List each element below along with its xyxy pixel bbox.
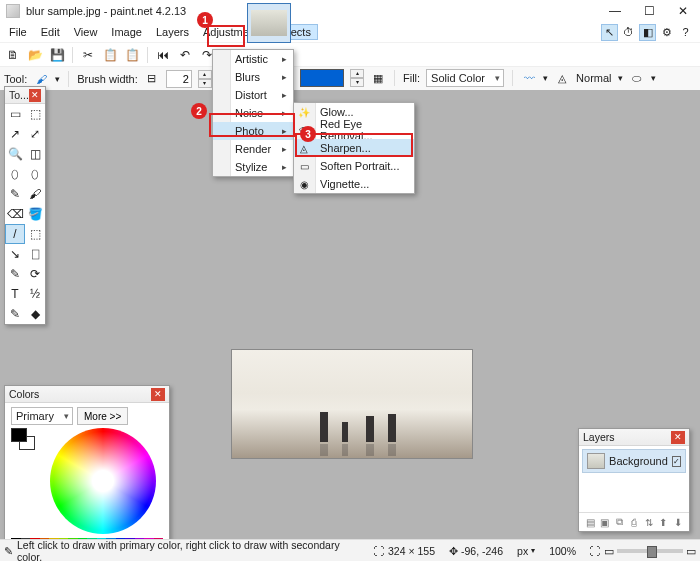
fg-bg-swatch[interactable] [11,428,37,450]
menu-file[interactable]: File [2,24,34,40]
zoom-slider[interactable] [617,549,683,553]
layer-tool-icon[interactable]: ▤ [583,515,597,529]
tool-button[interactable]: ⤢ [25,124,45,144]
tool-button[interactable]: ⎕ [25,244,45,264]
save-icon[interactable]: 💾 [48,46,66,64]
open-icon[interactable]: 📂 [26,46,44,64]
menu-view[interactable]: View [67,24,105,40]
effects-stylize[interactable]: Stylize▸ [213,158,293,176]
cut-icon[interactable]: ✂ [79,46,97,64]
active-tool-icon[interactable]: 🖌 [33,71,49,87]
help-icon[interactable]: ? [677,24,694,41]
photo-sharpen[interactable]: ◬Sharpen... [294,139,414,157]
tool-button[interactable]: 🔍 [5,144,25,164]
new-icon[interactable]: 🗎 [4,46,22,64]
primary-color-swatch[interactable] [300,69,344,87]
brush-decrease-icon[interactable]: ⊟ [144,71,160,87]
layers-panel-title: Layers ✕ [579,429,689,446]
fill-label: Fill: [403,72,420,84]
layer-row[interactable]: Background ✓ [582,449,686,473]
tool-button[interactable]: ↘ [5,244,25,264]
colors-close-button[interactable]: ✕ [151,388,165,401]
effects-distort[interactable]: Distort▸ [213,86,293,104]
effects-noise[interactable]: Noise▸ [213,104,293,122]
tool-button[interactable]: ✎ [5,304,25,324]
effects-blurs[interactable]: Blurs▸ [213,68,293,86]
tool-button[interactable]: 🪣 [25,204,45,224]
tool-grid: ▭⬚↗⤢🔍◫⬯⬯✎🖌⌫🪣/⬚↘⎕✎⟳T½✎◆ [5,104,45,324]
tool-button[interactable]: ✎ [5,184,25,204]
soften-icon: ▭ [297,159,311,173]
tools-close-button[interactable]: ✕ [29,89,41,102]
tool-button[interactable]: / [5,224,25,244]
canvas-image [232,350,472,458]
photo-vignette[interactable]: ◉Vignette... [294,175,414,193]
layer-tool-icon[interactable]: ⬆ [656,515,670,529]
menu-layers[interactable]: Layers [149,24,196,40]
tool-button[interactable]: ⬚ [25,104,45,124]
tool-button[interactable]: ⬚ [25,224,45,244]
tools-panel: To... ✕ ▭⬚↗⤢🔍◫⬯⬯✎🖌⌫🪣/⬚↘⎕✎⟳T½✎◆ [4,86,46,325]
layer-tool-icon[interactable]: ⎙ [627,515,641,529]
layer-tool-icon[interactable]: ⬇ [671,515,685,529]
color-stepper[interactable]: ▴▾ [350,69,364,87]
effects-dropdown: Artistic▸ Blurs▸ Distort▸ Noise▸ Photo▸ … [212,49,294,177]
tool-button[interactable]: ⬯ [5,164,25,184]
tool-button[interactable]: ↗ [5,124,25,144]
menu-edit[interactable]: Edit [34,24,67,40]
effects-artistic[interactable]: Artistic▸ [213,50,293,68]
layer-tool-icon[interactable]: ⇅ [642,515,656,529]
tool-button[interactable]: ⌫ [5,204,25,224]
fit-icon[interactable]: ⛶ [590,545,601,557]
maximize-button[interactable]: ☐ [632,0,666,22]
tool-button[interactable]: ▭ [5,104,25,124]
layer-tool-icon[interactable]: ▣ [598,515,612,529]
layers-window-icon[interactable]: ◧ [639,24,656,41]
layers-panel: Layers ✕ Background ✓ ▤▣⧉⎙⇅⬆⬇ [578,428,690,532]
photo-submenu: ✨Glow... 👁Red Eye Removal... ◬Sharpen...… [293,102,415,194]
layer-visibility-checkbox[interactable]: ✓ [672,456,681,467]
curve-icon[interactable]: 〰 [521,70,537,86]
layer-opacity-icon[interactable]: ⬭ [629,70,645,86]
crop-icon[interactable]: ⏮ [154,46,172,64]
tool-button[interactable]: T [5,284,25,304]
undo-icon[interactable]: ↶ [176,46,194,64]
history-window-icon[interactable]: ⏱ [620,24,637,41]
tool-button[interactable]: ✎ [5,264,25,284]
tool-button[interactable]: ⬯ [25,164,45,184]
brush-stepper[interactable]: ▴▾ [198,70,212,88]
minimize-button[interactable]: — [598,0,632,22]
color-wheel[interactable] [50,428,156,534]
effects-photo[interactable]: Photo▸ [213,122,293,140]
layers-close-button[interactable]: ✕ [671,431,685,444]
blend-mode[interactable]: Normal [576,72,611,84]
tool-button[interactable]: ⟳ [25,264,45,284]
status-bar: ✎ Left click to draw with primary color,… [0,539,700,561]
window-buttons: — ☐ ✕ [598,0,700,22]
zoom-in-icon[interactable]: ▭ [686,545,696,557]
blend-icon[interactable]: ◬ [554,70,570,86]
style-icon[interactable]: ▦ [370,70,386,86]
close-button[interactable]: ✕ [666,0,700,22]
tool-button[interactable]: ◫ [25,144,45,164]
color-mode-combo[interactable]: Primary [11,407,73,425]
paste-icon[interactable]: 📋 [123,46,141,64]
tool-button[interactable]: ◆ [25,304,45,324]
settings-icon[interactable]: ⚙ [658,24,675,41]
photo-soften[interactable]: ▭Soften Portrait... [294,157,414,175]
menu-image[interactable]: Image [104,24,149,40]
effects-render[interactable]: Render▸ [213,140,293,158]
status-unit[interactable]: px [517,545,528,557]
copy-icon[interactable]: 📋 [101,46,119,64]
fill-combo[interactable]: Solid Color [426,69,504,87]
document-thumb[interactable] [247,3,291,43]
more-button[interactable]: More >> [77,407,128,425]
layer-tool-icon[interactable]: ⧉ [612,515,626,529]
zoom-out-icon[interactable]: ▭ [604,545,614,557]
title-bar: blur sample.jpg - paint.net 4.2.13 — ☐ ✕ [0,0,700,22]
tool-button[interactable]: 🖌 [25,184,45,204]
tool-window-icon[interactable]: ↖ [601,24,618,41]
brush-width-input[interactable] [166,70,192,88]
tool-button[interactable]: ½ [25,284,45,304]
document-thumbnails [247,3,291,43]
